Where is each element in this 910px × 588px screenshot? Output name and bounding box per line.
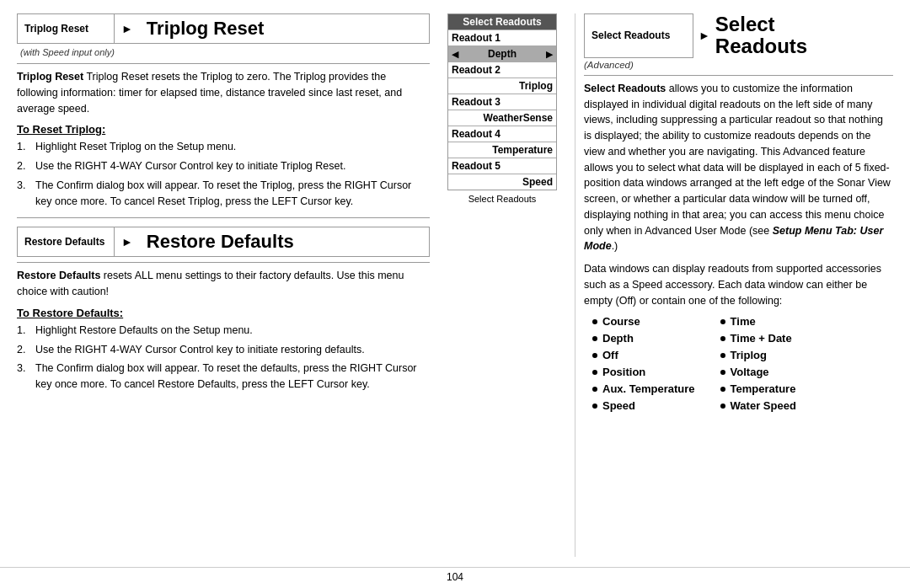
restore-defaults-arrow: ► xyxy=(115,227,140,256)
middle-column: Select Readouts Readout 1 ◀ Depth ▶ Read… xyxy=(443,13,561,557)
readout-5-label: Readout 5 xyxy=(448,158,556,174)
select-readouts-arrow: ► xyxy=(693,13,715,58)
triplog-step-1: 1. Highlight Reset Triplog on the Setup … xyxy=(17,139,430,155)
bullet-course: Course xyxy=(592,315,695,328)
restore-step-2: 2. Use the RIGHT 4-WAY Cursor Control ke… xyxy=(17,342,430,358)
advanced-label: (Advanced) xyxy=(584,60,893,70)
bullet-col-left: Course Depth Off Position Aux. Temperatu… xyxy=(592,315,695,416)
bullet-aux-temp: Aux. Temperature xyxy=(592,382,695,395)
triplog-step-2: 2. Use the RIGHT 4-WAY Cursor Control ke… xyxy=(17,158,430,174)
depth-arrow-left: ◀ xyxy=(452,49,458,60)
readouts-widget-header: Select Readouts xyxy=(448,14,556,29)
section-divider-1 xyxy=(17,217,430,218)
triplog-reset-title-box: Triplog Reset xyxy=(140,14,429,43)
page-footer: 104 xyxy=(0,567,910,588)
triplog-reset-subtitle: (with Speed input only) xyxy=(20,47,115,57)
triplog-reset-label: Triplog Reset xyxy=(18,14,115,43)
select-readouts-body2: Data windows can display readouts from s… xyxy=(584,261,893,308)
triplog-steps: 1. Highlight Reset Triplog on the Setup … xyxy=(17,139,430,209)
select-readouts-title-text: Select Readouts xyxy=(715,13,807,58)
readout-1-value: Depth xyxy=(462,48,543,60)
readout-2-value: Triplog xyxy=(448,78,556,94)
restore-steps: 1. Highlight Restore Defaults on the Set… xyxy=(17,323,430,393)
readout-4-value: Temperature xyxy=(448,142,556,158)
restore-defaults-title: Restore Defaults xyxy=(147,231,294,253)
readout-3-label: Readout 3 xyxy=(448,94,556,110)
bullet-position: Position xyxy=(592,366,695,378)
readout-2-label: Readout 2 xyxy=(448,61,556,78)
restore-defaults-label: Restore Defaults xyxy=(18,227,115,256)
readout-5-value: Speed xyxy=(448,174,556,190)
select-readouts-body1: Select Readouts allows you to customize … xyxy=(584,81,893,254)
select-readouts-title: Select Readouts xyxy=(715,13,807,58)
main-content: Triplog Reset ► Triplog Reset (with Spee… xyxy=(0,0,910,564)
readout-1-label: Readout 1 xyxy=(448,29,556,45)
bullet-triplog: Triplog xyxy=(720,349,796,361)
restore-defaults-subtitle: To Restore Defaults: xyxy=(17,307,430,319)
page: Triplog Reset ► Triplog Reset (with Spee… xyxy=(0,0,910,588)
restore-step-3: 3. The Confirm dialog box will appear. T… xyxy=(17,361,430,393)
restore-defaults-title-box: Restore Defaults xyxy=(140,227,429,256)
restore-defaults-body: Restore Defaults resets ALL menu setting… xyxy=(17,268,430,300)
bullet-depth: Depth xyxy=(592,332,695,345)
readout-1-depth[interactable]: ◀ Depth ▶ xyxy=(448,45,556,61)
page-number: 104 xyxy=(447,571,463,583)
right-column: Select Readouts ► Select Readouts (Advan… xyxy=(575,13,893,557)
left-column: Triplog Reset ► Triplog Reset (with Spee… xyxy=(17,13,430,557)
triplog-reset-arrow: ► xyxy=(115,14,140,43)
readouts-widget-caption: Select Readouts xyxy=(468,194,537,204)
depth-arrow-right: ▶ xyxy=(546,49,553,60)
bullet-water-speed: Water Speed xyxy=(720,399,796,412)
bullet-off: Off xyxy=(592,349,695,361)
bullet-time-date: Time + Date xyxy=(720,332,796,345)
bullet-time: Time xyxy=(720,315,796,328)
restore-defaults-header: Restore Defaults ► Restore Defaults xyxy=(17,227,430,257)
bullet-columns: Course Depth Off Position Aux. Temperatu… xyxy=(584,315,893,416)
select-readouts-label: Select Readouts xyxy=(584,13,693,58)
reset-triplog-subtitle: To Reset Triplog: xyxy=(17,123,430,136)
triplog-reset-body: Triplog Reset Triplog Reset resets the T… xyxy=(17,69,430,116)
readout-3-value: WeatherSense xyxy=(448,110,556,126)
readout-4-label: Readout 4 xyxy=(448,126,556,142)
readouts-widget: Select Readouts Readout 1 ◀ Depth ▶ Read… xyxy=(447,13,557,190)
bullet-temperature: Temperature xyxy=(720,382,796,395)
bullet-col-right: Time Time + Date Triplog Voltage Tempera… xyxy=(720,315,796,416)
triplog-reset-title: Triplog Reset xyxy=(147,18,264,40)
bullet-voltage: Voltage xyxy=(720,366,796,378)
right-section-header: Select Readouts ► Select Readouts xyxy=(584,13,893,58)
triplog-reset-header: Triplog Reset ► Triplog Reset xyxy=(17,13,430,44)
bullet-speed: Speed xyxy=(592,399,695,412)
restore-step-1: 1. Highlight Restore Defaults on the Set… xyxy=(17,323,430,339)
triplog-step-3: 3. The Confirm dialog box will appear. T… xyxy=(17,178,430,210)
